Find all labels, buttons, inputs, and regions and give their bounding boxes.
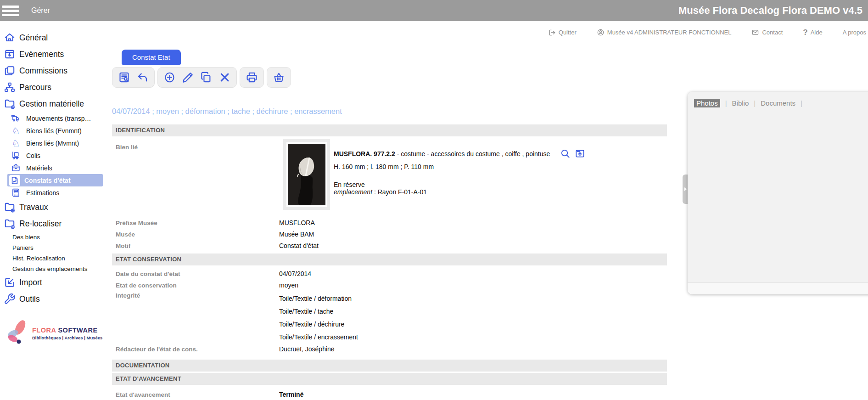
print-icon[interactable] — [246, 71, 258, 84]
condition-report-icon — [9, 175, 20, 186]
edit-icon[interactable] — [182, 71, 194, 84]
sidebar-item-parcours[interactable]: Parcours — [0, 79, 103, 96]
toolbar-group-basket — [267, 67, 291, 88]
top-bar: Gérer Musée Flora Decalog Flora DEMO v4.… — [0, 0, 868, 21]
copy-icon[interactable] — [200, 71, 213, 84]
delete-icon[interactable] — [218, 71, 231, 84]
sidebar-item-outils[interactable]: Outils — [0, 291, 103, 307]
field-row: Préfixe MuséeMUSFLORA — [112, 217, 667, 229]
integrite-value: Toile/Textile / déformation — [279, 292, 358, 305]
toolbar-group-print — [240, 67, 264, 88]
tab-constat-etat[interactable]: Constat Etat — [122, 50, 181, 65]
section-etat-conservation: ETAT CONSERVATION — [112, 254, 667, 265]
user-account[interactable]: Musée v4 ADMINISTRATEUR FONCTIONNEL — [597, 28, 732, 36]
home-icon — [4, 32, 16, 44]
chess-knight-icon: ♘ — [11, 126, 21, 135]
folder-globe-icon — [4, 201, 16, 213]
sidebar-item-general[interactable]: Général — [0, 29, 103, 46]
coiffe-photo — [288, 144, 325, 205]
toolbar — [112, 67, 868, 88]
list-search-icon[interactable] — [118, 71, 130, 84]
sidebar-item-relocaliser[interactable]: Re-localiser — [0, 215, 103, 232]
logout-icon — [549, 29, 556, 36]
sidebar-item-colis[interactable]: Colis — [0, 149, 103, 162]
quitter-link[interactable]: Quitter — [549, 29, 577, 36]
apropos-link[interactable]: A propos — [843, 29, 866, 36]
integrite-value: Toile/Textile / tache — [279, 305, 358, 318]
bien-lie-row: Bien lié MUS — [112, 139, 667, 210]
user-icon — [597, 28, 605, 36]
toolbar-group-crud — [157, 67, 237, 88]
field-row: Date du constat d'état04/07/2014 — [112, 268, 667, 280]
import-icon — [4, 276, 16, 288]
sidebar-item-biens-lies-mvmnt[interactable]: ♘ Biens liés (Mvmnt) — [0, 137, 103, 149]
tab-documents[interactable]: Documents — [761, 99, 795, 107]
aide-link[interactable]: ? Aide — [803, 28, 822, 37]
basket-icon[interactable] — [273, 71, 285, 84]
truck-icon — [11, 113, 21, 123]
hamburger-menu-icon[interactable] — [0, 0, 23, 21]
menu-gerer[interactable]: Gérer — [31, 6, 50, 15]
sidebar-nav: Général Evènements Commissions Parcours … — [0, 21, 103, 400]
item-status: En réserve — [334, 181, 585, 188]
chevron-right-icon — [684, 187, 687, 191]
wrench-icon — [4, 293, 16, 305]
open-record-icon[interactable] — [575, 148, 585, 159]
folders-icon — [4, 65, 16, 77]
event-box-icon — [4, 48, 16, 60]
section-identification: IDENTIFICATION — [112, 124, 667, 136]
field-row-avancement: Etat d'avancement Terminé — [112, 389, 667, 400]
tab-biblio[interactable]: Biblio — [732, 99, 749, 107]
question-icon: ? — [803, 28, 807, 37]
item-reference: MUSFLORA. 977.2.2 — [334, 150, 395, 158]
sidebar-item-constats-detat[interactable]: Constats d'état — [7, 174, 103, 186]
field-row: Etat de conservationmoyen — [112, 280, 667, 291]
contact-link[interactable]: Contact — [751, 28, 783, 36]
item-thumbnail[interactable] — [283, 139, 330, 210]
bien-lie-label: Bien lié — [112, 139, 279, 210]
sidebar-item-commissions[interactable]: Commissions — [0, 62, 103, 79]
handcart-icon — [11, 151, 21, 160]
identification-fields: Préfixe MuséeMUSFLORA MuséeMusée BAM Mot… — [112, 217, 667, 252]
calculator-icon — [11, 188, 21, 197]
add-icon[interactable] — [163, 71, 176, 84]
toolbar-group-nav — [112, 67, 155, 88]
sidebar-item-biens-lies-evnmnt[interactable]: ♘ Biens liés (Evnmnt) — [0, 124, 103, 137]
flora-petals-icon — [3, 318, 30, 349]
sidebar-item-paniers[interactable]: Paniers — [0, 242, 103, 253]
avancement-value: Terminé — [279, 389, 303, 400]
integrite-value: Toile/Textile / encrassement — [279, 331, 358, 344]
mail-icon — [751, 28, 759, 36]
field-row: Rédacteur de l'état de cons.Ducruet, Jos… — [112, 344, 667, 355]
item-details: MUSFLORA. 977.2.2 - costume - accessoire… — [334, 139, 585, 210]
folder-globe-icon — [4, 218, 16, 230]
sidebar-item-mouvements[interactable]: Mouvements (transp… — [0, 112, 103, 124]
sidebar-item-evenements[interactable]: Evènements — [0, 46, 103, 62]
brand-tagline: Bibliothèques | Archives | Musées — [32, 335, 102, 340]
sidebar-item-travaux[interactable]: Travaux — [0, 199, 103, 215]
flora-software-logo: FLORA SOFTWARE Bibliothèques | Archives … — [0, 318, 103, 349]
media-panel-footer — [688, 282, 868, 294]
tab-photos[interactable]: Photos — [694, 99, 720, 107]
sidebar-item-estimations[interactable]: Estimations — [0, 186, 103, 199]
sidebar-item-des-biens[interactable]: Des biens — [0, 232, 103, 242]
app-title: Musée Flora Decalog Flora DEMO v4.5 — [678, 0, 862, 21]
item-dimensions: H. 160 mm ; l. 180 mm ; P. 110 mm — [334, 163, 585, 170]
sidebar-item-import[interactable]: Import — [0, 274, 103, 291]
search-icon[interactable] — [560, 148, 571, 159]
header-links: Quitter Musée v4 ADMINISTRATEUR FONCTION… — [103, 21, 868, 44]
undo-icon[interactable] — [136, 71, 149, 84]
app-window: Gérer Musée Flora Decalog Flora DEMO v4.… — [0, 0, 868, 400]
integrite-value: Toile/Textile / déchirure — [279, 318, 358, 331]
sidebar-item-hist-relocalisation[interactable]: Hist. Relocalisation — [0, 253, 103, 264]
section-documentation: DOCUMENTATION — [112, 360, 667, 372]
chess-knight-icon: ♘ — [11, 138, 21, 148]
field-row: MotifConstat d'état — [112, 240, 667, 252]
section-etat-avancement: ETAT D'AVANCEMENT — [112, 373, 667, 385]
sidebar-item-gestion-materielle[interactable]: Gestion matérielle — [0, 96, 103, 112]
field-row: MuséeMusée BAM — [112, 229, 667, 240]
brand-name: FLORA SOFTWARE — [32, 327, 102, 334]
sidebar-item-materiels[interactable]: Matériels — [0, 162, 103, 174]
sidebar-item-gestion-emplacements[interactable]: Gestion des emplacements — [0, 264, 103, 274]
record-sections: IDENTIFICATION Bien lié — [112, 124, 667, 400]
